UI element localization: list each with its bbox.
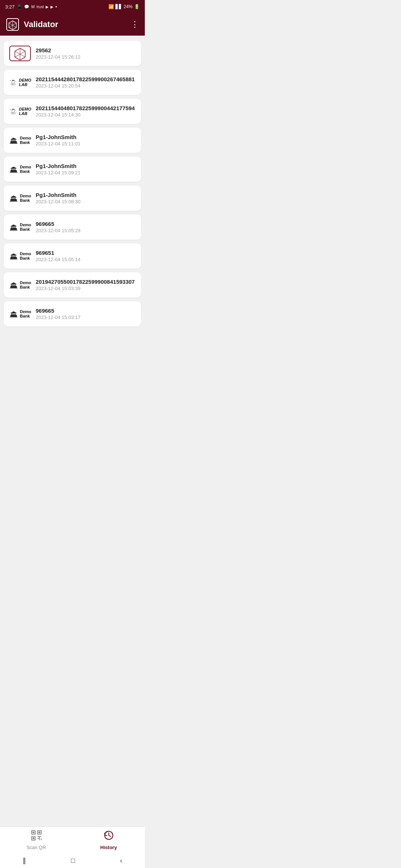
svg-rect-76	[10, 316, 17, 317]
item-name: 29562	[36, 47, 136, 53]
svg-rect-16	[12, 109, 14, 110]
signal-icon: ▋▋	[115, 4, 122, 9]
svg-rect-47	[11, 226, 12, 228]
svg-rect-74	[15, 313, 16, 315]
brand-logo-icon: ✱ ✱ DEMOLAB	[9, 103, 31, 119]
validator-logo-icon	[6, 18, 19, 31]
svg-text:✱: ✱	[10, 80, 11, 81]
svg-rect-23	[11, 139, 12, 141]
svg-text:✱: ✱	[15, 81, 16, 82]
svg-rect-68	[10, 287, 17, 288]
svg-rect-25	[14, 139, 14, 141]
message-icon: 💬	[24, 4, 29, 9]
list-item[interactable]: DemoBank Pg1-JohnSmith 2023-12-04 15:11:…	[4, 128, 141, 153]
svg-marker-27	[10, 138, 17, 139]
svg-point-13	[12, 84, 13, 84]
status-left: 3:27 📱 💬 M trust ▶ ▶ •	[5, 4, 57, 10]
top-bar: Validator ⋮	[0, 13, 145, 36]
svg-rect-29	[10, 143, 17, 144]
svg-rect-66	[15, 284, 16, 286]
wifi-icon: 📶	[108, 4, 114, 9]
list-item[interactable]: DemoBank 969665 2023-12-04 15:05:29	[4, 214, 141, 240]
svg-rect-64	[12, 284, 13, 286]
svg-rect-71	[11, 313, 12, 315]
youtube2-icon: ▶	[50, 5, 53, 9]
svg-rect-10	[12, 80, 14, 81]
svg-rect-44	[10, 201, 17, 201]
list-item[interactable]: DemoBank Pg1-JohnSmith 2023-12-04 15:09:…	[4, 157, 141, 182]
svg-rect-37	[10, 172, 17, 172]
svg-rect-31	[11, 168, 12, 170]
brand-logo-icon: DemoBank	[9, 277, 31, 293]
svg-rect-57	[14, 255, 14, 257]
list-item[interactable]: DemoBank 2019427055001782259990084159330…	[4, 272, 141, 297]
item-date: 2023-12-04 15:03:17	[36, 315, 136, 320]
menu-button[interactable]: ⋮	[131, 20, 139, 29]
svg-rect-39	[11, 197, 12, 199]
item-date: 2023-12-04 15:20:54	[36, 83, 136, 89]
item-name: 20194270550017822599900841593307	[36, 279, 136, 285]
whatsapp-icon: 📱	[16, 4, 22, 10]
brand-logo-icon: DemoBank	[9, 132, 31, 148]
item-date: 2023-12-04 15:08:30	[36, 199, 136, 204]
battery-icon: 🔋	[134, 4, 140, 9]
svg-point-18	[14, 112, 14, 113]
svg-rect-42	[15, 197, 16, 199]
item-date: 2023-12-04 15:14:30	[36, 112, 136, 118]
svg-rect-65	[14, 284, 14, 286]
app-title: Validator	[24, 20, 58, 29]
svg-rect-32	[12, 168, 13, 170]
item-name: 969665	[36, 308, 136, 314]
svg-rect-50	[15, 226, 16, 228]
trust-icon: trust	[36, 5, 43, 9]
youtube-icon: ▶	[46, 5, 49, 9]
svg-marker-51	[10, 224, 17, 226]
svg-rect-28	[10, 143, 17, 143]
svg-rect-40	[12, 197, 13, 199]
svg-rect-56	[12, 255, 13, 257]
item-name: Pg1-JohnSmith	[36, 192, 136, 198]
item-info: 29562 2023-12-04 15:26:12	[36, 47, 136, 60]
list-item[interactable]: ✱ ✱ DEMOLAB 2021154442801782259990026746…	[4, 70, 141, 95]
item-info: Pg1-JohnSmith 2023-12-04 15:09:21	[36, 163, 136, 175]
svg-rect-58	[15, 255, 16, 257]
svg-rect-34	[15, 168, 16, 170]
top-bar-left: Validator	[6, 18, 58, 31]
list-item[interactable]: 29562 2023-12-04 15:26:12	[4, 41, 141, 66]
item-info: 969651 2023-12-04 15:05:14	[36, 250, 136, 262]
svg-point-11	[13, 83, 13, 84]
list-item[interactable]: DemoBank Pg1-JohnSmith 2023-12-04 15:08:…	[4, 185, 141, 211]
history-list: 29562 2023-12-04 15:26:12 ✱ ✱ DEMOLAB 20…	[0, 36, 145, 332]
list-item[interactable]: DemoBank 969665 2023-12-04 15:03:17	[4, 301, 141, 326]
svg-rect-60	[10, 259, 17, 259]
svg-rect-55	[11, 255, 12, 257]
svg-rect-63	[11, 284, 12, 286]
item-info: 20194270550017822599900841593307 2023-12…	[36, 279, 136, 291]
item-date: 2023-12-04 15:05:14	[36, 257, 136, 262]
item-name: 20211544048017822599900442177594	[36, 105, 136, 111]
svg-point-12	[14, 83, 14, 84]
list-item[interactable]: ✱ ✱ DEMOLAB 2021154404801782259990044217…	[4, 99, 141, 124]
item-date: 2023-12-04 15:05:29	[36, 228, 136, 233]
list-item[interactable]: DemoBank 969651 2023-12-04 15:05:14	[4, 243, 141, 269]
status-right: 📶 ▋▋ 24% 🔋	[108, 4, 140, 9]
svg-rect-26	[15, 139, 16, 141]
dot-indicator: •	[55, 4, 57, 10]
item-info: 20211544428017822599900267465881 2023-12…	[36, 76, 136, 89]
svg-rect-36	[10, 172, 17, 172]
item-name: 969651	[36, 250, 136, 256]
brand-logo-icon: DemoBank	[9, 306, 31, 322]
gmail-icon: M	[31, 4, 35, 9]
svg-marker-35	[10, 167, 17, 168]
battery-text: 24%	[124, 4, 133, 9]
item-info: 969665 2023-12-04 15:05:29	[36, 221, 136, 233]
brand-logo-icon: DemoBank	[9, 161, 31, 177]
svg-text:✱: ✱	[15, 110, 16, 111]
item-date: 2023-12-04 15:09:21	[36, 170, 136, 175]
item-date: 2023-12-04 15:03:39	[36, 286, 136, 291]
svg-marker-67	[10, 282, 17, 284]
svg-rect-53	[10, 230, 17, 230]
item-info: Pg1-JohnSmith 2023-12-04 15:11:01	[36, 134, 136, 147]
svg-rect-33	[14, 168, 14, 170]
item-info: Pg1-JohnSmith 2023-12-04 15:08:30	[36, 192, 136, 204]
